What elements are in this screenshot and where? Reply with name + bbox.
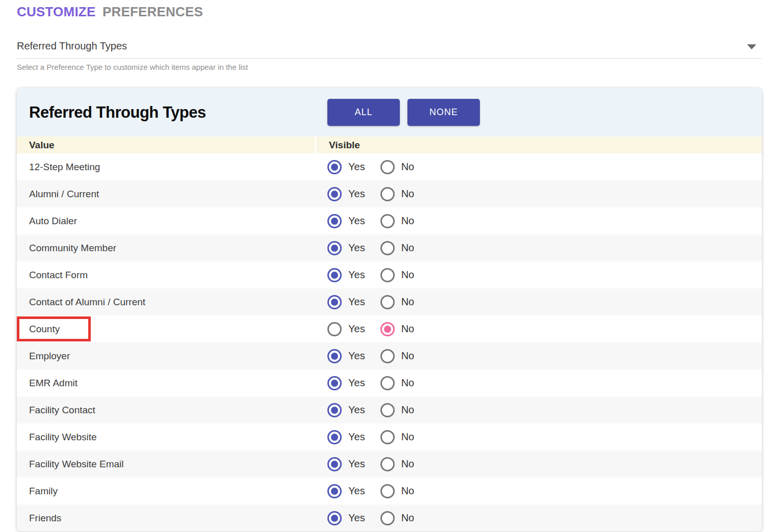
chevron-down-icon[interactable]: [747, 44, 756, 49]
row-visible-cell: Yes No: [315, 268, 762, 282]
radio-yes-label: Yes: [348, 188, 365, 200]
radio-yes-label: Yes: [348, 377, 365, 389]
radio-yes-label: Yes: [348, 296, 365, 308]
table-row: County Yes No: [17, 315, 762, 342]
row-visible-cell: Yes No: [315, 322, 762, 336]
table-row: Alumni / Current Yes No: [17, 180, 762, 207]
radio-no-label: No: [401, 269, 415, 281]
radio-yes[interactable]: [327, 511, 342, 525]
radio-yes-label: Yes: [348, 458, 365, 470]
radio-yes[interactable]: [327, 457, 342, 471]
row-visible-cell: Yes No: [315, 484, 762, 498]
radio-no[interactable]: [380, 322, 395, 336]
row-visible-cell: Yes No: [315, 430, 762, 444]
table-row: Facility Website Yes No: [17, 423, 762, 450]
radio-no[interactable]: [380, 349, 395, 363]
row-visible-cell: Yes No: [315, 457, 762, 471]
radio-yes[interactable]: [327, 403, 342, 417]
radio-yes[interactable]: [327, 430, 342, 444]
row-visible-cell: Yes No: [315, 187, 762, 201]
radio-no-label: No: [401, 296, 415, 308]
row-value-label: Alumni / Current: [17, 189, 315, 200]
table-row: Facility Contact Yes No: [17, 396, 762, 423]
radio-yes-label: Yes: [348, 323, 365, 335]
radio-no-label: No: [401, 188, 415, 200]
radio-yes[interactable]: [327, 268, 342, 282]
all-button[interactable]: ALL: [327, 99, 400, 126]
row-value-label: Contact Form: [17, 270, 315, 281]
radio-no[interactable]: [380, 160, 395, 174]
radio-no[interactable]: [380, 187, 395, 201]
radio-no[interactable]: [380, 457, 395, 471]
radio-no-label: No: [401, 431, 415, 443]
table-row: Contact of Alumni / Current Yes No: [17, 288, 762, 315]
customize-preferences-page: CUSTOMIZE PREFERENCES Referred Through T…: [0, 0, 769, 531]
radio-no-label: No: [401, 377, 415, 389]
column-header-visible: Visible: [316, 137, 762, 153]
row-value-label: Facility Website Email: [17, 459, 315, 470]
radio-no-label: No: [401, 485, 415, 497]
radio-no-label: No: [401, 242, 415, 254]
table-header-row: Value Visible: [17, 137, 762, 153]
preference-type-selected-value[interactable]: Referred Through Types: [17, 40, 761, 59]
radio-yes-label: Yes: [348, 350, 365, 362]
radio-no[interactable]: [380, 511, 395, 525]
page-title-preferences: PREFERENCES: [102, 4, 203, 19]
row-visible-cell: Yes No: [315, 376, 762, 390]
radio-yes[interactable]: [327, 376, 342, 390]
radio-yes-label: Yes: [348, 512, 365, 524]
row-visible-cell: Yes No: [315, 403, 762, 417]
radio-yes[interactable]: [327, 295, 342, 309]
radio-no[interactable]: [380, 214, 395, 228]
table-body: 12-Step Meeting Yes No Alumni / Current …: [17, 153, 762, 531]
row-value-label: 12-Step Meeting: [17, 162, 315, 173]
radio-no[interactable]: [380, 430, 395, 444]
table-row: 12-Step Meeting Yes No: [17, 153, 762, 180]
radio-yes[interactable]: [327, 241, 342, 255]
row-value-label: Community Member: [17, 243, 315, 254]
radio-yes[interactable]: [327, 484, 342, 498]
row-value-label: Auto Dialer: [17, 216, 315, 227]
preference-type-dropdown[interactable]: Referred Through Types: [17, 40, 761, 59]
table-row: EMR Admit Yes No: [17, 369, 762, 396]
row-value-label: EMR Admit: [17, 378, 315, 389]
table-row: Facility Website Email Yes No: [17, 450, 762, 477]
panel-title: Referred Through Types: [29, 103, 327, 122]
radio-no[interactable]: [380, 403, 395, 417]
row-visible-cell: Yes No: [315, 295, 762, 309]
radio-yes[interactable]: [327, 187, 342, 201]
table-row: Community Member Yes No: [17, 234, 762, 261]
radio-yes-label: Yes: [348, 404, 365, 416]
radio-no[interactable]: [380, 484, 395, 498]
row-value-label: Facility Website: [17, 432, 315, 443]
radio-no[interactable]: [380, 241, 395, 255]
panel-header: Referred Through Types ALL NONE: [17, 88, 762, 137]
radio-yes[interactable]: [327, 322, 342, 336]
radio-no[interactable]: [380, 376, 395, 390]
radio-no[interactable]: [380, 295, 395, 309]
row-visible-cell: Yes No: [315, 214, 762, 228]
radio-no-label: No: [401, 458, 415, 470]
radio-yes-label: Yes: [348, 269, 365, 281]
radio-no-label: No: [401, 404, 415, 416]
radio-no[interactable]: [380, 268, 395, 282]
referred-through-types-panel: Referred Through Types ALL NONE Value Vi…: [17, 88, 762, 531]
row-value-label: Friends: [17, 513, 315, 524]
radio-yes[interactable]: [327, 214, 342, 228]
row-value-label: Facility Contact: [17, 405, 315, 416]
row-visible-cell: Yes No: [315, 160, 762, 174]
row-value-label: Employer: [17, 351, 315, 362]
table-row: Friends Yes No: [17, 504, 762, 531]
row-value-label: Contact of Alumni / Current: [17, 297, 315, 308]
radio-no-label: No: [401, 350, 415, 362]
radio-no-label: No: [401, 215, 415, 227]
table-row: Family Yes No: [17, 477, 762, 504]
radio-yes[interactable]: [327, 349, 342, 363]
row-visible-cell: Yes No: [315, 241, 762, 255]
radio-yes-label: Yes: [348, 431, 365, 443]
radio-yes[interactable]: [327, 160, 342, 174]
row-value-label: County: [17, 324, 315, 335]
radio-yes-label: Yes: [348, 485, 365, 497]
row-visible-cell: Yes No: [315, 349, 762, 363]
none-button[interactable]: NONE: [407, 99, 480, 126]
